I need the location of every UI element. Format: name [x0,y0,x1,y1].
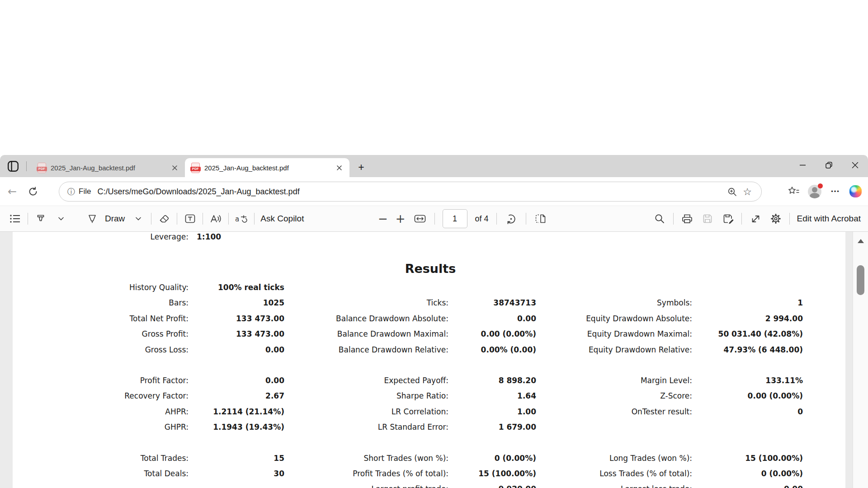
stat-label: Expected Payoff: [284,373,448,388]
favorites-list-button[interactable] [786,184,802,199]
stat-value: 50 031.40 (42.08%) [692,326,803,342]
print-button[interactable] [680,211,694,226]
edit-with-acrobat-button[interactable]: Edit with Acrobat [797,214,861,224]
stat-value: 0 (0.00%) [448,450,536,466]
tab-close-icon[interactable] [333,162,345,174]
stat-value: 0 (0.00%) [692,466,803,481]
stat-value: 1 [692,295,803,310]
stat-row: Gross Loss:0.00Balance Drawdown Relative… [13,342,845,357]
address-url[interactable]: C:/Users/meGo/Downloads/2025_Jan-Aug_bac… [97,187,724,197]
workspaces-icon[interactable] [6,160,20,173]
pdf-settings-button[interactable] [769,211,783,226]
print-icon [681,213,693,224]
table-of-contents-button[interactable] [8,211,22,226]
restore-button[interactable] [816,155,842,175]
toolbar-divider [151,213,151,225]
save-as-button[interactable] [721,211,735,226]
notification-dot [818,183,823,188]
stat-value: 0.00 [448,311,536,326]
pdf-toolbar: Draw a [0,206,868,232]
stat-row: AHPR:1.2114 (21.14%)LR Correlation:1.00O… [13,404,845,419]
scroll-up-arrow-icon[interactable] [858,239,864,243]
stat-value: 133 473.00 [189,326,284,342]
stat-value: 133.11% [692,373,803,388]
scheme-label: File [79,187,91,196]
draw-label[interactable]: Draw [105,214,125,224]
save-button[interactable] [701,211,714,226]
stats-block: Profit Factor:0.00Expected Payoff:8 898.… [13,373,845,435]
translate-button[interactable]: a [235,211,248,226]
stat-value: 0.00% (0.00) [448,342,536,357]
stat-label: Total Deals: [13,466,189,481]
stat-label: Profit Trades (% of total): [284,466,448,481]
stats-block: Total Trades:15Short Trades (won %):0 (0… [13,450,845,488]
pdf-viewer: Leverage: 1:100 Results History Quality:… [0,232,868,488]
stat-label: Balance Drawdown Maximal: [284,326,448,342]
stat-row: Profit Factor:0.00Expected Payoff:8 898.… [13,373,845,388]
browser-menu-button[interactable]: ••• [828,184,843,199]
stat-value: 30 [189,466,284,481]
pdf-toolbar-left: Draw a [8,206,304,231]
stat-label: Total Net Profit: [13,311,189,326]
info-icon[interactable]: ⓘ [67,187,75,197]
address-bar[interactable]: ⓘ File C:/Users/meGo/Downloads/2025_Jan-… [59,182,762,202]
draw-dropdown-chevron[interactable] [132,211,145,226]
stat-value: 8 898.20 [448,373,536,388]
read-aloud-button[interactable] [209,211,222,226]
stat-value [692,280,803,295]
stat-label [536,419,692,435]
stat-label: Balance Drawdown Relative: [284,342,448,357]
minimize-button[interactable] [789,155,816,175]
stat-label: Ticks: [284,295,448,310]
gear-icon [770,213,781,224]
new-tab-button[interactable]: + [354,160,368,174]
draw-button[interactable] [85,211,99,226]
pdf-toolbar-right: Edit with Acrobat [653,206,861,231]
fullscreen-button[interactable] [749,211,762,226]
page-number-input[interactable] [443,209,467,228]
add-text-button[interactable] [183,211,197,226]
add-favorite-button[interactable]: ☆ [740,184,755,199]
stat-value: 1.64 [448,388,536,404]
search-icon [654,213,665,224]
scrollbar-thumb[interactable] [857,265,864,295]
zoom-out-button[interactable]: − [378,212,388,225]
tab-close-icon[interactable] [169,162,180,174]
back-button[interactable]: ← [5,184,20,199]
stat-value: 1:100 [197,232,221,241]
copilot-icon[interactable] [849,185,862,197]
stat-value: 0.00 (0.00%) [448,326,536,342]
pdf-badge: PDF [190,167,201,171]
rotate-button[interactable] [505,211,518,226]
rotate-icon [505,213,517,225]
highlight-dropdown-chevron[interactable] [54,211,68,226]
fit-to-width-button[interactable] [413,211,427,226]
highlight-button[interactable] [34,211,47,226]
refresh-button[interactable] [25,184,41,199]
erase-button[interactable] [157,211,171,226]
stat-label: Gross Loss: [13,342,189,357]
stat-label [284,280,448,295]
toolbar-divider [28,213,28,225]
tab-title: 2025_Jan-Aug_backtest.pdf [204,164,333,172]
toolbar-divider [203,213,203,225]
pdf-file-icon: PDF [191,163,200,173]
pdf-file-icon: PDF [38,163,46,173]
zoom-page-button[interactable] [724,184,740,199]
page-view-button[interactable] [534,211,547,226]
vertical-scrollbar[interactable] [853,232,868,488]
profile-avatar[interactable] [808,185,821,198]
stat-value: 0.00 [189,342,284,357]
close-window-button[interactable] [842,155,868,175]
zoom-in-button[interactable]: + [396,212,406,225]
stat-label: Equity Drawdown Relative: [536,342,692,357]
stat-label: Equity Drawdown Absolute: [536,311,692,326]
search-document-button[interactable] [653,211,666,226]
eraser-icon [159,213,170,224]
tab-2-active[interactable]: PDF 2025_Jan-Aug_backtest.pdf [185,158,349,177]
stat-value: 133 473.00 [189,311,284,326]
tab-1[interactable]: PDF 2025_Jan-Aug_backtest.pdf [31,158,185,177]
stat-value: 38743713 [448,295,536,310]
ask-copilot-button[interactable]: Ask Copilot [260,214,304,224]
browser-window: PDF 2025_Jan-Aug_backtest.pdf PDF 2025_J… [0,155,868,488]
